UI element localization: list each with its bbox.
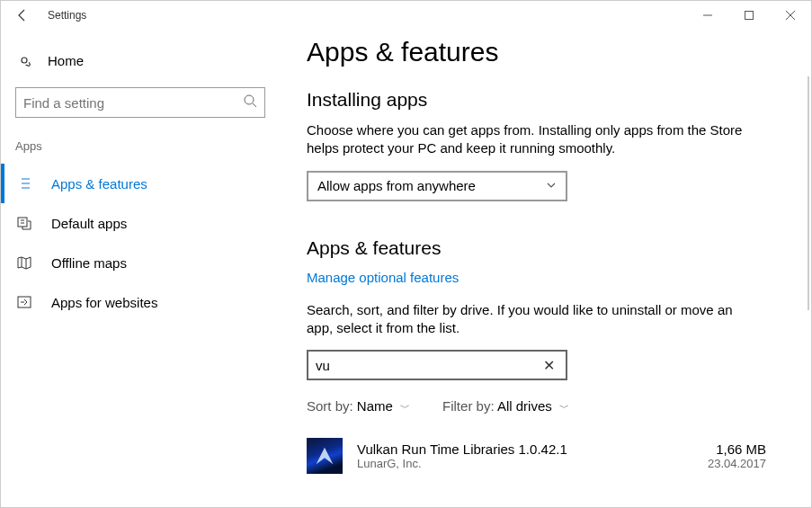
app-search-input[interactable] [316,358,540,373]
titlebar: Settings [1,1,811,30]
chevron-down-icon: ﹀ [559,402,569,413]
installing-apps-heading: Installing apps [307,89,766,111]
app-size: 1,66 MB [708,441,766,457]
filter-by-control[interactable]: Filter by: All drives ﹀ [442,398,569,414]
filter-by-label: Filter by: [442,398,495,414]
apps-features-heading: Apps & features [307,237,766,259]
minimize-button[interactable] [687,1,728,30]
app-publisher: LunarG, Inc. [357,457,708,470]
dropdown-value: Allow apps from anywhere [317,178,476,193]
window-title: Settings [48,9,86,22]
search-icon [243,94,257,111]
list-icon [15,174,33,192]
manage-optional-features-link[interactable]: Manage optional features [307,270,459,285]
defaults-icon [15,214,33,232]
sidebar-item-apps-features[interactable]: Apps & features [1,164,280,203]
svg-rect-1 [745,12,754,20]
sort-by-label: Sort by: [307,398,353,414]
apps-features-desc: Search, sort, and filter by drive. If yo… [307,301,756,338]
app-search-box[interactable]: ✕ [307,350,567,380]
chevron-down-icon: ﹀ [400,402,410,413]
svg-line-3 [253,103,256,107]
map-icon [15,254,33,272]
find-setting-input[interactable] [23,95,243,111]
svg-point-2 [245,95,254,104]
gear-icon [15,51,33,69]
clear-search-icon[interactable]: ✕ [540,357,558,374]
sidebar-item-label: Offline maps [51,255,127,271]
main-panel: Apps & features Installing apps Choose w… [280,30,811,507]
sidebar-item-label: Apps & features [51,176,147,192]
filter-by-value: All drives [497,398,552,414]
sort-by-value: Name [357,398,393,414]
app-date: 23.04.2017 [708,457,766,470]
sidebar-item-offline-maps[interactable]: Offline maps [1,243,280,282]
app-list-item[interactable]: Vulkan Run Time Libraries 1.0.42.1 Lunar… [307,432,766,479]
sidebar-item-default-apps[interactable]: Default apps [1,203,280,243]
home-label: Home [48,53,84,68]
sidebar-item-label: Apps for websites [51,295,157,310]
sort-by-control[interactable]: Sort by: Name ﹀ [307,398,410,414]
home-nav[interactable]: Home [1,44,280,76]
back-button[interactable] [8,1,37,30]
websites-icon [15,293,33,311]
category-label: Apps [1,139,280,153]
app-name: Vulkan Run Time Libraries 1.0.42.1 [357,441,708,457]
installing-apps-desc: Choose where you can get apps from. Inst… [307,121,756,158]
sidebar-item-apps-websites[interactable]: Apps for websites [1,282,280,322]
find-setting-search[interactable] [15,87,265,118]
close-button[interactable] [770,1,811,30]
svg-rect-10 [18,218,27,227]
install-source-dropdown[interactable]: Allow apps from anywhere [307,171,567,201]
maximize-button[interactable] [728,1,770,30]
page-heading: Apps & features [307,37,766,67]
scrollbar[interactable] [808,76,809,310]
sidebar: Home Apps Apps & features Default apps [1,30,280,507]
app-icon [307,438,343,474]
sidebar-item-label: Default apps [51,216,127,231]
chevron-down-icon [546,178,557,193]
